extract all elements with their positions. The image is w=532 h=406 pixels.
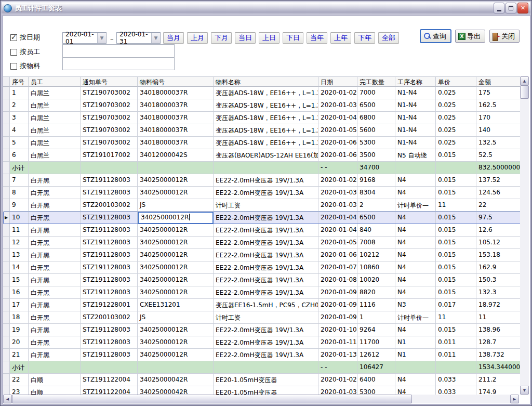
- cell[interactable]: 2020-01-09: [318, 286, 357, 299]
- cell[interactable]: 840: [357, 224, 395, 237]
- cell[interactable]: 34018000037R: [138, 112, 214, 124]
- cell[interactable]: 计时工资: [214, 199, 318, 212]
- cell[interactable]: 0.015: [436, 149, 476, 162]
- cell[interactable]: 34025000012R: [138, 187, 214, 199]
- table-row[interactable]: 12白开黑STZ19112800334025000012REE22-2.0mH变…: [3, 237, 521, 249]
- cell[interactable]: 34018000037R: [138, 137, 214, 149]
- cell[interactable]: 2020-01-03: [318, 187, 357, 199]
- cell-editor[interactable]: 34025000012R: [138, 212, 214, 224]
- cell[interactable]: 2020-01-02: [318, 174, 357, 187]
- cell[interactable]: 变压器(BAOER)ADS-12AH EE16(加: [214, 149, 318, 162]
- quick-range-button[interactable]: 当月: [163, 32, 184, 44]
- cell[interactable]: 34700: [357, 162, 395, 174]
- table-row[interactable]: 11白开黑STZ19112800334025000012REE22-2.0mH变…: [3, 224, 521, 237]
- column-header[interactable]: 物料名称: [214, 76, 318, 87]
- scroll-left-icon[interactable]: ◀: [3, 395, 12, 403]
- cell[interactable]: 变压器ADS-18W，EE16++，L=1.3m: [214, 99, 318, 112]
- cell[interactable]: N4: [395, 324, 436, 336]
- table-row[interactable]: 5白黑兰STZ19070300234018000037R变压器ADS-18W，E…: [3, 137, 521, 149]
- cell[interactable]: STZ191128003: [81, 224, 138, 237]
- table-row[interactable]: 7白开黑STZ19112800334025000012REE22-2.0mH变压…: [3, 174, 521, 187]
- cell[interactable]: 11: [436, 311, 476, 324]
- cell[interactable]: STZ191128003: [81, 174, 138, 187]
- cell[interactable]: 140: [476, 124, 521, 137]
- cell[interactable]: 170: [476, 112, 521, 124]
- cell[interactable]: STZ191128003: [81, 249, 138, 261]
- cell[interactable]: 2020-01-03: [318, 386, 357, 395]
- column-header[interactable]: 物料编号: [138, 76, 214, 87]
- cell[interactable]: EE22-2.0mH变压器 19V/1.3A: [214, 324, 318, 336]
- cell[interactable]: N4: [395, 274, 436, 286]
- cell[interactable]: 12612: [357, 349, 395, 361]
- cell[interactable]: N4: [395, 374, 436, 386]
- close-button[interactable]: ✕: [517, 3, 528, 14]
- table-row[interactable]: 19白开黑STZ19112800334025000012REE22-2.0mH变…: [3, 324, 521, 336]
- cell[interactable]: N4: [395, 187, 436, 199]
- cell[interactable]: 132.3: [476, 286, 521, 299]
- cell[interactable]: [436, 361, 476, 374]
- cell[interactable]: N1-N4: [395, 137, 436, 149]
- cell[interactable]: 白黑兰: [29, 99, 81, 112]
- cell[interactable]: 6500: [357, 212, 395, 224]
- cell[interactable]: STZ191128003: [81, 187, 138, 199]
- filter-by-date[interactable]: 按日期: [10, 33, 40, 42]
- cell[interactable]: 5300: [357, 137, 395, 149]
- table-row[interactable]: 3白黑兰STZ19070300234018000037R变压器ADS-18W，E…: [3, 112, 521, 124]
- cell[interactable]: 白开黑: [29, 199, 81, 212]
- cell[interactable]: STZ190703002: [81, 137, 138, 149]
- cell[interactable]: 7: [10, 174, 29, 187]
- cell[interactable]: 34025000042R: [138, 386, 214, 395]
- table-row[interactable]: 13白开黑STZ19112800334025000012REE22-2.0mH变…: [3, 249, 521, 261]
- cell[interactable]: 计时单价—: [395, 311, 436, 324]
- cell[interactable]: 34025000012R: [138, 286, 214, 299]
- table-row[interactable]: 21白开黑STZ19112800334025000012REE22-2.0mH变…: [3, 349, 521, 361]
- cell[interactable]: 0.011: [436, 349, 476, 361]
- cell[interactable]: 0.015: [436, 286, 476, 299]
- cell[interactable]: 小计: [10, 162, 29, 174]
- cell[interactable]: [81, 162, 138, 174]
- cell[interactable]: 6500: [357, 99, 395, 112]
- cell[interactable]: 1: [10, 87, 29, 99]
- cell[interactable]: 白开黑: [29, 237, 81, 249]
- cell[interactable]: 2020-01-02: [318, 87, 357, 99]
- cell[interactable]: 0.015: [436, 187, 476, 199]
- cell[interactable]: 128.7: [476, 336, 521, 349]
- by-employee-checkbox[interactable]: [10, 49, 17, 56]
- cell[interactable]: 11700: [357, 336, 395, 349]
- cell[interactable]: 5: [10, 137, 29, 149]
- table-row[interactable]: ▶10白开黑STZ19112800334025000012REE22-2.0mH…: [3, 212, 521, 224]
- cell[interactable]: 8304: [357, 187, 395, 199]
- cell[interactable]: EE22-2.0mH变压器 19V/1.3A: [214, 212, 318, 224]
- cell[interactable]: [436, 162, 476, 174]
- cell[interactable]: 0.011: [436, 336, 476, 349]
- cell[interactable]: 11: [476, 311, 521, 324]
- cell[interactable]: 2020-01-08: [318, 274, 357, 286]
- cell[interactable]: 10020: [357, 274, 395, 286]
- cell[interactable]: 21: [10, 349, 29, 361]
- cell[interactable]: N1-N4: [395, 87, 436, 99]
- cell[interactable]: 8820: [357, 286, 395, 299]
- filter-by-employee[interactable]: 按员工: [10, 47, 40, 57]
- cell[interactable]: EE22-2.0mH变压器 19V/1.3A: [214, 286, 318, 299]
- row-header[interactable]: [3, 99, 10, 112]
- cell[interactable]: 白开黑: [29, 324, 81, 336]
- cell[interactable]: 0.015: [436, 224, 476, 237]
- column-header[interactable]: 单价: [436, 76, 476, 87]
- cell[interactable]: [395, 162, 436, 174]
- quick-range-button[interactable]: 上月: [187, 32, 208, 44]
- cell[interactable]: 白开黑: [29, 299, 81, 311]
- row-header[interactable]: [3, 261, 10, 274]
- quick-range-button[interactable]: 当日: [235, 32, 256, 44]
- cell[interactable]: 2020-01-03: [318, 199, 357, 212]
- column-header[interactable]: 序号: [10, 76, 29, 87]
- table-row[interactable]: 22白顺STZ19112200434025000042REE20-1.05mH变…: [3, 374, 521, 386]
- row-header[interactable]: [3, 149, 10, 162]
- row-header[interactable]: [3, 249, 10, 261]
- table-row[interactable]: 16白开黑STZ19112800334025000012REE22-2.0mH变…: [3, 286, 521, 299]
- cell[interactable]: 10860: [357, 261, 395, 274]
- cell[interactable]: 1116: [357, 299, 395, 311]
- row-header[interactable]: [3, 162, 10, 174]
- chevron-down-icon[interactable]: ▼: [151, 33, 160, 43]
- cell[interactable]: STZ191228001: [81, 299, 138, 311]
- column-header[interactable]: 工序名称: [395, 76, 436, 87]
